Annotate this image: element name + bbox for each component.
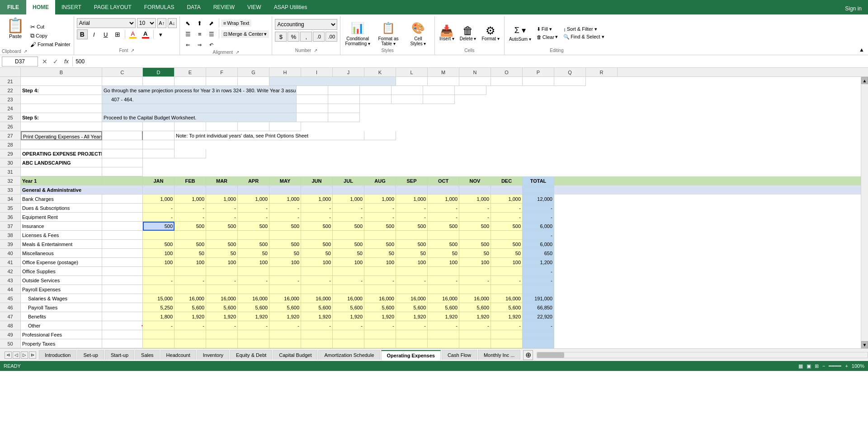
cell-P39[interactable]: 6,000 [523, 240, 554, 249]
cell-O50[interactable] [491, 339, 523, 348]
cell-G21[interactable] [238, 77, 269, 86]
tab-scroll-first[interactable]: ⊲ [5, 351, 12, 359]
cell-B31[interactable] [21, 167, 102, 176]
cell-J24[interactable] [297, 104, 328, 113]
view-page-break[interactable]: ⊞ [815, 363, 819, 369]
row-num-24[interactable]: 24 [0, 104, 21, 113]
align-right-button[interactable]: ☰ [206, 29, 217, 39]
cell-J49[interactable] [333, 330, 364, 339]
row-num-27[interactable]: 27 [0, 131, 21, 140]
cell-styles-button[interactable]: 🎨 CellStyles ▾ [405, 19, 432, 47]
cell-K38[interactable] [364, 231, 396, 240]
cell-B38[interactable]: Licenses & Fees [21, 231, 102, 240]
cell-D33[interactable] [143, 185, 175, 195]
cell-J41[interactable]: 100 [333, 258, 364, 267]
cell-L44[interactable] [396, 285, 428, 294]
row-num-21[interactable]: 21 [0, 77, 21, 86]
cell-C43[interactable] [102, 276, 143, 285]
cell-K27[interactable] [364, 131, 396, 140]
cell-I49[interactable] [301, 330, 333, 339]
cell-E45[interactable]: 16,000 [175, 294, 206, 303]
cell-M40[interactable]: 50 [428, 249, 459, 258]
cell-G34[interactable]: 1,000 [238, 195, 269, 204]
cell-H45[interactable]: 16,000 [269, 294, 301, 303]
cell-P40[interactable]: 650 [523, 249, 554, 258]
cell-M47[interactable]: 1,920 [428, 312, 459, 321]
cell-N34[interactable]: 1,000 [459, 195, 491, 204]
cell-P32[interactable]: TOTAL [523, 176, 554, 185]
tab-scroll-last[interactable]: ⊳ [29, 351, 36, 359]
fill-color-button[interactable]: A [127, 29, 139, 39]
cell-L35[interactable]: - [396, 204, 428, 213]
row-num-43[interactable]: 43 [0, 276, 21, 285]
cell-J37[interactable]: 500 [333, 222, 364, 231]
cell-G42[interactable] [238, 267, 269, 276]
cell-K37[interactable]: 500 [364, 222, 396, 231]
cell-H43[interactable]: - [269, 276, 301, 285]
cell-C34[interactable] [102, 195, 143, 204]
comma-format-button[interactable]: , [300, 32, 312, 42]
cell-B41[interactable]: Office Expense (postage) [21, 258, 102, 267]
cell-E50[interactable] [175, 339, 206, 348]
cell-K40[interactable]: 50 [364, 249, 396, 258]
percent-format-button[interactable]: % [288, 32, 299, 42]
cell-G39[interactable]: 500 [238, 240, 269, 249]
cell-O37[interactable]: 500 [491, 222, 523, 231]
cell-G40[interactable]: 50 [238, 249, 269, 258]
cell-C45[interactable] [102, 294, 143, 303]
sheet-tab-inventory[interactable]: Inventory [197, 350, 229, 360]
cell-K45[interactable]: 16,000 [364, 294, 396, 303]
tab-home[interactable]: HOME [26, 0, 55, 14]
cell-D28[interactable] [143, 140, 175, 149]
cell-O47[interactable]: 1,920 [491, 312, 523, 321]
cell-D49[interactable] [143, 330, 175, 339]
cell-L41[interactable]: 100 [396, 258, 428, 267]
cell-D47[interactable]: 1,800 [143, 312, 175, 321]
cell-H39[interactable]: 500 [269, 240, 301, 249]
cell-I36[interactable]: - [301, 213, 333, 222]
cell-H40[interactable]: 50 [269, 249, 301, 258]
cell-G35[interactable]: - [238, 204, 269, 213]
cell-F47[interactable]: 1,920 [206, 312, 238, 321]
sheet-tab-capital-budget[interactable]: Capital Budget [273, 350, 317, 360]
cell-C24-merge[interactable] [102, 104, 297, 113]
col-header-L[interactable]: L [396, 68, 428, 76]
cell-M42[interactable] [428, 267, 459, 276]
row-num-29[interactable]: 29 [0, 149, 21, 158]
cell-D40[interactable]: 100 [143, 249, 175, 258]
cell-G47[interactable]: 1,920 [238, 312, 269, 321]
cell-N48[interactable]: - [459, 321, 491, 330]
cell-L47[interactable]: 1,920 [396, 312, 428, 321]
cell-P21[interactable] [554, 77, 586, 86]
cell-D21[interactable] [143, 77, 175, 86]
cell-N21[interactable] [491, 77, 523, 86]
cell-C44[interactable] [102, 285, 143, 294]
cell-M46[interactable]: 5,600 [428, 303, 459, 312]
cell-L21[interactable] [428, 77, 459, 86]
cell-P47[interactable]: 22,920 [523, 312, 554, 321]
cell-O36[interactable]: - [491, 213, 523, 222]
sign-in-button[interactable]: Sign in [839, 3, 868, 14]
cell-F32[interactable]: MAR [206, 176, 238, 185]
cell-D34[interactable]: 1,000 [143, 195, 175, 204]
cell-M41[interactable]: 100 [428, 258, 459, 267]
cell-P38[interactable]: - [523, 231, 554, 240]
row-num-36[interactable]: 36 [0, 213, 21, 222]
cell-J50[interactable] [333, 339, 364, 348]
cell-G41[interactable]: 100 [238, 258, 269, 267]
wrap-text-button[interactable]: ≡ Wrap Text [221, 19, 252, 27]
cell-E37[interactable]: 500 [175, 222, 206, 231]
cell-M44[interactable] [428, 285, 459, 294]
cell-C22-merge[interactable]: Go through the same projection process f… [102, 86, 297, 95]
cell-C28[interactable] [102, 140, 143, 149]
cell-H32[interactable]: MAY [269, 176, 301, 185]
cell-O33[interactable] [491, 185, 523, 195]
cell-B32[interactable]: Year 1 [21, 176, 102, 185]
cell-H37[interactable]: 500 [269, 222, 301, 231]
sheet-tab-startup[interactable]: Start-up [105, 350, 134, 360]
cell-F41[interactable]: 100 [206, 258, 238, 267]
col-header-I[interactable]: I [301, 68, 333, 76]
cell-C25-merge[interactable]: Proceed to the Capital Budget Worksheet. [102, 113, 297, 122]
find-select-button[interactable]: 🔍 Find & Select ▾ [561, 33, 606, 40]
cell-O44[interactable] [491, 285, 523, 294]
